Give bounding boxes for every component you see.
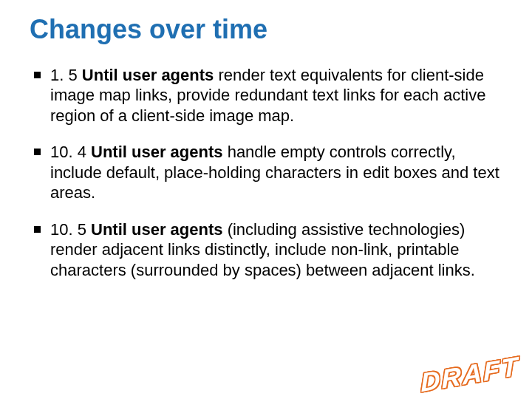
bullet-emphasis: Until user agents bbox=[91, 143, 222, 161]
bullet-emphasis: Until user agents bbox=[82, 66, 214, 84]
list-item: 10. 5 Until user agents (including assis… bbox=[30, 219, 502, 281]
bullet-emphasis: Until user agents bbox=[91, 220, 222, 239]
list-item: 1. 5 Until user agents render text equiv… bbox=[30, 65, 502, 126]
slide: Changes over time 1. 5 Until user agents… bbox=[0, 0, 532, 399]
bullet-prefix: 10. 4 bbox=[50, 143, 91, 161]
page-title: Changes over time bbox=[30, 15, 502, 44]
list-item: 10. 4 Until user agents handle empty con… bbox=[30, 142, 502, 203]
bullet-list: 1. 5 Until user agents render text equiv… bbox=[30, 65, 502, 281]
bullet-prefix: 1. 5 bbox=[50, 66, 82, 84]
bullet-prefix: 10. 5 bbox=[50, 220, 91, 239]
draft-watermark: DRAFT bbox=[420, 351, 520, 398]
